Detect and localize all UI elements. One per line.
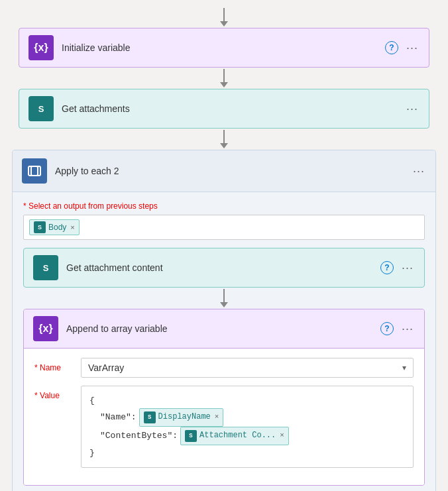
display-name-token-icon: S [144,411,156,423]
append-to-array-card: {x} Append to array variable ? ··· Name [23,309,425,486]
initialize-variable-actions: ? ··· [385,40,420,56]
inner-arrow-connector [220,289,228,307]
code-open-line: { [89,393,405,408]
initialize-variable-icon-text: {x} [34,42,48,54]
code-name-key: "Name": [100,409,137,425]
initialize-variable-title: Initialize variable [62,42,377,53]
attachment-content-token-label: Attachment Co... [199,429,276,443]
name-dropdown[interactable]: VarArray ▾ [81,358,414,378]
initialize-variable-card[interactable]: {x} Initialize variable ? ··· [19,28,429,68]
get-attachments-actions: ··· [405,101,420,117]
apply-each-svg-icon [27,164,42,178]
code-close-line: } [89,445,405,461]
select-output-label: * Select an output from previous steps [23,201,425,211]
name-label: Name [34,358,74,372]
get-attachment-content-card[interactable]: S Get attachment content ? ··· [23,248,425,288]
append-to-array-more-btn[interactable]: ··· [400,321,415,337]
apply-each-more-btn[interactable]: ··· [412,163,426,180]
arrow-head [220,21,228,27]
top-arrow-connector [220,8,228,27]
code-line-contentbytes: "ContentBytes": S Attachment Co... × [89,427,405,445]
get-attachment-content-wrapper: S Get attachment content ? ··· [23,248,425,288]
value-field[interactable]: { "Name": S DisplayName [81,386,414,468]
get-attachments-icon: S [28,96,54,121]
display-name-token[interactable]: S DisplayName × [139,408,224,427]
svg-rect-1 [31,166,40,176]
svg-rect-0 [28,166,38,176]
initialize-variable-icon: {x} [28,35,54,60]
code-open-brace: { [89,393,95,408]
get-attachments-more-btn[interactable]: ··· [405,101,420,117]
code-contentbytes-key: "ContentBytes": [100,428,178,443]
attachment-content-token-icon: S [185,430,197,442]
select-output-input[interactable]: S Body × [23,215,425,240]
append-to-array-body: Name VarArray ▾ Value [24,349,424,485]
get-attachment-content-more-btn[interactable]: ··· [400,260,415,276]
more-dots-icon: ··· [406,41,418,55]
code-line-name: "Name": S DisplayName × [89,408,405,427]
get-attachment-content-icon: S [33,255,58,280]
apply-each-actions: ··· [412,163,426,180]
arrow-connector-2 [220,130,228,148]
append-to-array-icon: {x} [33,316,58,341]
append-to-array-actions: ? ··· [380,321,415,337]
chevron-down-icon: ▾ [402,363,406,372]
initialize-variable-help-btn[interactable]: ? [385,41,398,54]
name-row: Name VarArray ▾ [34,358,414,378]
value-row: Value { "Name": [34,386,414,468]
arrow-head [220,302,228,307]
attachment-content-token[interactable]: S Attachment Co... × [180,427,289,445]
arrow-line [223,69,225,82]
arrow-line [223,289,225,302]
more-dots-icon: ··· [413,164,425,178]
body-token[interactable]: S Body × [29,219,80,235]
more-dots-icon: ··· [406,102,418,116]
value-label: Value [34,386,74,400]
append-to-array-title: Append to array variable [66,323,372,334]
get-attachments-title: Get attachments [62,103,397,114]
append-to-array-icon-text: {x} [38,323,52,335]
attachment-content-token-close[interactable]: × [280,429,284,443]
append-to-array-help-btn[interactable]: ? [380,322,394,335]
body-token-close[interactable]: × [70,223,74,231]
display-name-token-label: DisplayName [158,410,211,425]
apply-each-container: Apply to each 2 ··· * Select an output f… [12,150,436,491]
get-attachments-icon-text: S [38,104,44,114]
more-dots-icon: ··· [402,261,414,275]
apply-each-body: * Select an output from previous steps S… [13,192,435,491]
name-field: VarArray ▾ [81,358,414,378]
arrow-connector-1 [220,69,228,87]
initialize-variable-more-btn[interactable]: ··· [405,40,420,56]
get-attachment-content-actions: ? ··· [380,260,415,276]
more-dots-icon: ··· [402,322,414,336]
body-token-icon: S [34,221,46,233]
code-close-brace: } [89,445,95,461]
apply-each-header[interactable]: Apply to each 2 ··· [13,150,435,192]
select-output-section: * Select an output from previous steps S… [23,201,425,240]
arrow-head [220,143,228,148]
arrow-line [223,8,225,21]
apply-each-title: Apply to each 2 [55,166,404,176]
get-attachment-content-help-btn[interactable]: ? [380,261,394,274]
display-name-token-close[interactable]: × [215,411,219,424]
flow-container: {x} Initialize variable ? ··· S Get atta… [0,0,448,491]
get-attachments-card[interactable]: S Get attachments ··· [19,89,429,129]
body-token-label: Body [48,223,66,232]
append-to-array-header[interactable]: {x} Append to array variable ? ··· [24,309,424,349]
value-code-block[interactable]: { "Name": S DisplayName [81,386,414,468]
get-attachment-content-title: Get attachment content [66,262,372,273]
name-dropdown-value: VarArray [88,362,124,373]
get-attachment-content-icon-text: S [43,263,49,273]
apply-each-icon [22,158,47,184]
arrow-head [220,82,228,87]
arrow-line [223,130,225,143]
